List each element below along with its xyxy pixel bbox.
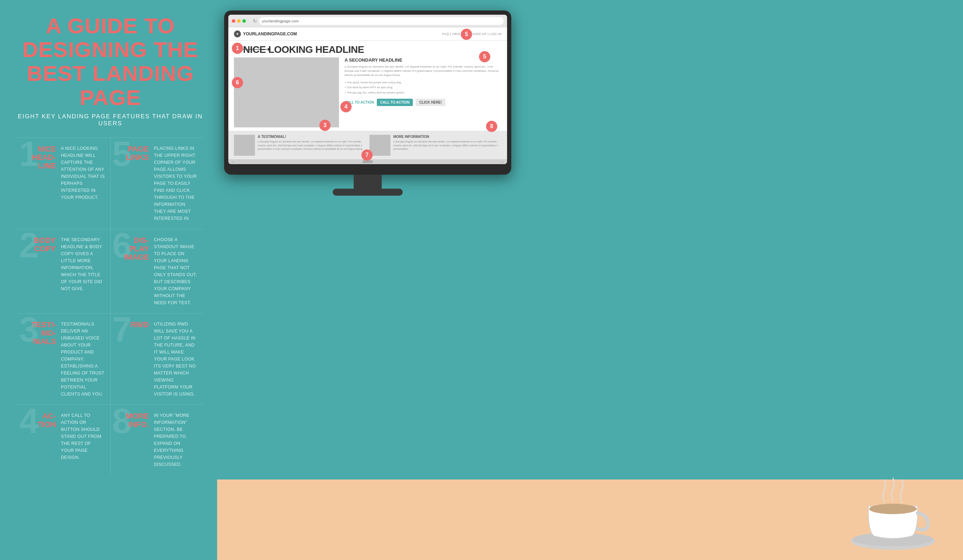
features-row-1: 1 NICEHEAD-LINE A nice looking headline … [18,138,203,229]
imac-stand-base [333,189,403,196]
feature-item-6: 6 DIS-PLAYIMAGE Choose a standout image … [110,229,203,313]
more-info-box: MORE INFORMATION Li Europan lingues es m… [370,135,501,156]
feature-item-2: 2 BODYCOPY The secondary headline & body… [18,229,110,313]
arrow-1 [243,48,271,51]
dot-green [242,19,246,23]
imac: ↻ yourlandingpage.com e YOURLANDINGPAGE.… [224,10,511,196]
feature-label-1: NICEHEAD-LINE [31,144,56,170]
feature-item-1: 1 NICEHEAD-LINE A nice looking headline … [18,138,110,229]
badge-4: 4 [340,101,352,112]
main-title-area: A Guide to Designing the Best Landing Pa… [18,14,203,110]
imac-screen-outer: ↻ yourlandingpage.com e YOURLANDINGPAGE.… [224,10,511,175]
bg-number-4: 4 [19,405,39,437]
scroll-indicator[interactable] [362,160,373,163]
feature-label-3: TESTI-MO-NIALS [31,320,56,346]
cta-button[interactable]: CALL TO ACTION [377,99,413,106]
testimonial-box: A TESTIMONIAL! Li Europan lingues es mem… [234,135,366,156]
features-row-2: 2 BODYCOPY The secondary headline & body… [18,229,203,313]
url-bar[interactable]: yourlandingpage.com [259,17,504,25]
browser-dots [232,19,246,23]
feature-label-4: AC-TION [37,412,56,429]
badge-1: 1 [232,43,243,54]
site-name: YOURLANDINGPAGE.COM [243,31,297,36]
feature-item-4: 4 AC-TION Any call to action or button s… [18,405,110,475]
feature-desc-2: The secondary headline & body copy gives… [61,236,105,292]
feature-label-2: BODYCOPY [34,236,56,253]
bullet-2: DJs flock by when MTV ax quiz prog. [345,85,501,90]
badge-3: 3 [319,120,331,131]
landing-body: A SECONDARY HEADLINE Li Europan lingues … [228,57,507,131]
dot-red [232,19,235,23]
display-image [234,57,339,128]
features-table: 1 NICEHEAD-LINE A nice looking headline … [18,138,203,475]
feature-label-7: RWD [131,320,149,329]
secondary-headline: A SECONDARY HEADLINE [345,57,501,63]
body-text: Li Europan lingues es membres del sam fa… [345,65,501,77]
badge-6: 6 [232,77,243,88]
main-heading: A Guide to Designing the Best Landing Pa… [18,14,203,110]
feature-label-5: PAGELINKS [126,144,149,162]
bg-number-7: 7 [112,314,132,345]
bullet-1: The quick, brown fox jumps over a lazy d… [345,80,501,85]
badge-8: 8 [486,121,497,132]
scroll-right-arrow[interactable]: → [500,159,504,164]
features-row-4: 4 AC-TION Any call to action or button s… [18,405,203,475]
feature-label-6: DIS-PLAYIMAGE [123,236,149,261]
feature-item-8: 8 MOREINFO. In your "More Information" s… [110,405,203,475]
landing-logo: e YOURLANDINGPAGE.COM [234,31,297,37]
right-panel: ↻ yourlandingpage.com e YOURLANDINGPAGE.… [217,0,963,560]
scroll-left-arrow[interactable]: ← [231,159,235,164]
feature-desc-7: Utilizing RWD will save you a lot of has… [154,320,198,398]
features-row-3: 3 TESTI-MO-NIALS Testimonials deliver an… [18,313,203,405]
feature-desc-3: Testimonials deliver an unbiased voice a… [61,320,105,398]
more-info-image [370,135,391,156]
reload-icon[interactable]: ↻ [253,18,257,24]
imac-stand-neck [354,175,382,189]
dot-yellow [237,19,241,23]
feature-item-3: 3 TESTI-MO-NIALS Testimonials deliver an… [18,313,110,405]
click-here-button[interactable]: CLICK HERE! [416,99,445,106]
feature-desc-1: A nice looking headline will capture the… [61,145,105,201]
logo-icon: e [234,31,241,37]
feature-item-5: 5 PAGELINKS Placing links in the upper r… [110,138,203,229]
imac-screen-inner: ↻ yourlandingpage.com e YOURLANDINGPAGE.… [228,15,507,164]
badge-7: 7 [362,149,373,161]
feature-desc-4: Any call to action or button should stan… [61,412,105,461]
landing-page-wrapper: e YOURLANDINGPAGE.COM FAQ | ABOUT US | S… [228,27,507,164]
cta-area: CALL TO ACTION CALL TO ACTION CLICK HERE… [345,99,501,106]
bullet-list: The quick, brown fox jumps over a lazy d… [345,80,501,95]
badge-5: 5 [461,29,472,40]
coffee-cup-svg [844,461,942,558]
left-panel: A Guide to Designing the Best Landing Pa… [0,0,217,560]
testimonial-image [234,135,255,156]
coffee-cup-area [844,461,942,560]
browser-bar: ↻ yourlandingpage.com [228,15,507,27]
badge-2: 5 [479,51,490,62]
svg-point-3 [869,503,917,514]
landing-headline: A NICE LOOKING HEADLINE [234,44,501,55]
landing-copy: A SECONDARY HEADLINE Li Europan lingues … [345,57,501,128]
feature-desc-8: In your "More Information" section, be p… [154,412,198,468]
feature-label-8: MOREINFO. [126,412,149,429]
feature-desc-6: Choose a standout image to place on your… [154,236,198,306]
feature-item-7: 7 RWD Utilizing RWD will save you a lot … [110,313,203,405]
bullet-3: The jay, pig, fox, zebra, and my wolves … [345,90,501,95]
subtitle: Eight Key Landing Page Features That Dra… [18,113,203,127]
feature-desc-5: Placing links in the upper right corner … [154,145,198,222]
